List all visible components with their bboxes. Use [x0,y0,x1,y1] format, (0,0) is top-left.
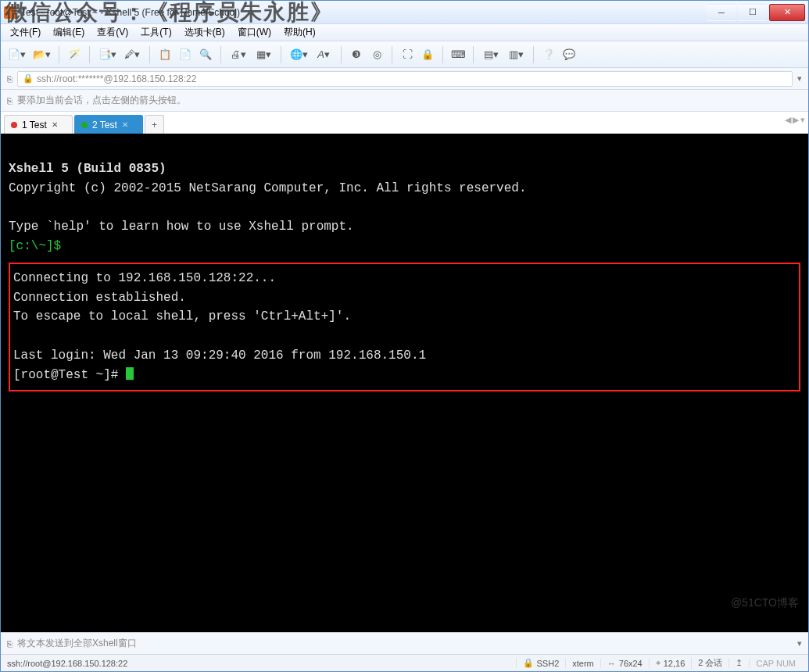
cursor-pos-icon: ⌖ [656,658,660,668]
terminal-line: Xshell 5 (Build 0835) [9,162,166,176]
app-window: 微信公众号：《程序员朱永胜》 Test - root@Test:~ - Xshe… [0,0,809,672]
separator [220,46,221,63]
chat-icon[interactable]: 💬 [560,46,578,63]
send-input[interactable]: 将文本发送到全部Xshell窗口 [17,637,793,650]
tabbar: 1 Test ✕ 2 Test ✕ + ◀▶▾ [1,112,808,134]
hint-arrow-icon[interactable]: ⎘ [7,96,13,105]
separator [149,46,150,63]
open-session-icon[interactable]: 📂▾ [30,46,52,63]
terminal-line: Connecting to 192.168.150.128:22... [13,271,276,285]
status-cursor: ⌖12,16 [649,658,692,668]
status-size: ↔76x24 [600,659,649,668]
keyboard-icon[interactable]: ⌨ [449,46,467,63]
bell-icon[interactable]: ❸ [348,46,365,63]
menu-tabs[interactable]: 选项卡(B) [180,26,230,39]
lock-icon: 🔒 [23,73,34,84]
send-arrow-icon[interactable]: ⎘ [7,639,13,649]
separator [59,46,59,63]
connection-highlight-box: Connecting to 192.168.150.128:22... Conn… [9,263,800,391]
separator [442,46,443,63]
new-session-icon[interactable]: 📄▾ [5,46,27,63]
print-icon[interactable]: 🖨▾ [227,46,249,63]
maximize-button[interactable]: ☐ [738,4,768,21]
menu-file[interactable]: 文件(F) [5,26,45,39]
addressbar-arrow-icon[interactable]: ⎘ [7,74,13,84]
help-icon[interactable]: ❔ [540,46,557,63]
menu-help[interactable]: 帮助(H) [279,26,320,39]
address-value: ssh://root:*******@192.168.150.128:22 [37,73,196,84]
terminal[interactable]: Xshell 5 (Build 0835) Copyright (c) 2002… [1,134,808,632]
hintbar: ⎘ 要添加当前会话，点击左侧的箭头按钮。 [1,90,808,112]
terminal-line: Connection established. [13,291,186,305]
separator [473,46,474,63]
copy-icon[interactable]: 📋 [156,46,174,63]
tab-2-test[interactable]: 2 Test ✕ [74,115,143,134]
window-buttons: ─ ☐ ✕ [705,4,805,21]
titlebar[interactable]: Test - root@Test:~ - Xshell 5 (Free for … [1,1,808,24]
separator [281,46,281,63]
terminal-line [13,329,21,343]
tab-close-icon[interactable]: ✕ [122,120,128,129]
minimize-button[interactable]: ─ [707,4,736,21]
layout-icon[interactable]: ▥▾ [505,46,527,63]
watermark-corner: @51CTO博客 [731,595,799,612]
terminal-line: Last login: Wed Jan 13 09:29:40 2016 fro… [13,349,426,363]
hint-text: 要添加当前会话，点击左侧的箭头按钮。 [17,94,186,107]
properties-icon[interactable]: 📑▾ [96,46,118,63]
status-term: xterm [565,659,600,668]
address-input[interactable]: 🔒 ssh://root:*******@192.168.150.128:22 [17,71,793,87]
menu-tools[interactable]: 工具(T) [136,26,176,39]
separator [341,46,342,63]
lock-icon[interactable]: 🔒 [419,46,436,63]
tab-label: 1 Test [22,120,47,130]
address-dropdown-icon[interactable]: ▾ [797,73,802,84]
reconnect-icon[interactable]: 🪄 [66,46,83,63]
tab-scroll-buttons[interactable]: ◀▶▾ [785,115,805,125]
addressbar: ⎘ 🔒 ssh://root:*******@192.168.150.128:2… [1,68,808,90]
remote-prompt: [root@Test ~]# [13,368,126,382]
app-icon [4,6,16,19]
highlight-icon[interactable]: 🖉▾ [121,46,143,63]
size-icon: ↔ [607,659,616,668]
window-title: Test - root@Test:~ - Xshell 5 (Free for … [21,7,705,18]
tab-close-icon[interactable]: ✕ [52,120,58,129]
tab-1-test[interactable]: 1 Test ✕ [4,115,73,134]
cursor-icon [126,367,134,380]
separator [89,46,90,63]
grid-icon[interactable]: ▤▾ [480,46,502,63]
status-connection: ssh://root@192.168.150.128:22 [7,659,516,668]
send-dropdown-icon[interactable]: ▾ [797,638,802,649]
compass-icon[interactable]: ◎ [368,46,385,63]
close-button[interactable]: ✕ [769,4,805,21]
toolbar: 📄▾ 📂▾ 🪄 📑▾ 🖉▾ 📋 📄 🔍 🖨▾ ▦▾ 🌐▾ A▾ ❸ ◎ ⛶ 🔒 … [1,41,808,68]
menu-view[interactable]: 查看(V) [92,26,133,39]
terminal-line: To escape to local shell, press 'Ctrl+Al… [13,309,351,323]
terminal-line: Copyright (c) 2002-2015 NetSarang Comput… [9,181,527,195]
status-sessions: 2 会话 [691,657,728,669]
separator [392,46,392,63]
statusbar: ssh://root@192.168.150.128:22 🔒SSH2 xter… [1,654,808,671]
status-dot-icon [81,122,88,128]
status-ssh: 🔒SSH2 [516,658,566,668]
status-history-icon[interactable]: ↥ [728,658,749,668]
fullscreen-icon[interactable]: ⛶ [399,46,416,63]
tile-icon[interactable]: ▦▾ [252,46,274,63]
tab-new[interactable]: + [145,115,164,134]
status-dot-icon [11,122,17,128]
separator [533,46,534,63]
lock-icon: 🔒 [523,658,534,668]
menu-edit[interactable]: 编辑(E) [48,26,89,39]
paste-icon[interactable]: 📄 [177,46,194,63]
tab-label: 2 Test [92,120,117,130]
menu-window[interactable]: 窗口(W) [233,26,276,39]
lang-icon[interactable]: 🌐▾ [288,46,310,63]
terminal-line: Type `help' to learn how to use Xshell p… [9,220,354,234]
find-icon[interactable]: 🔍 [197,46,214,63]
status-caps: CAP NUM [749,659,802,668]
terminal-line [9,200,16,214]
local-prompt: [c:\~]$ [9,239,69,253]
menubar[interactable]: 文件(F) 编辑(E) 查看(V) 工具(T) 选项卡(B) 窗口(W) 帮助(… [1,24,808,41]
font-icon[interactable]: A▾ [313,46,335,63]
sendbar: ⎘ 将文本发送到全部Xshell窗口 ▾ [1,632,808,654]
